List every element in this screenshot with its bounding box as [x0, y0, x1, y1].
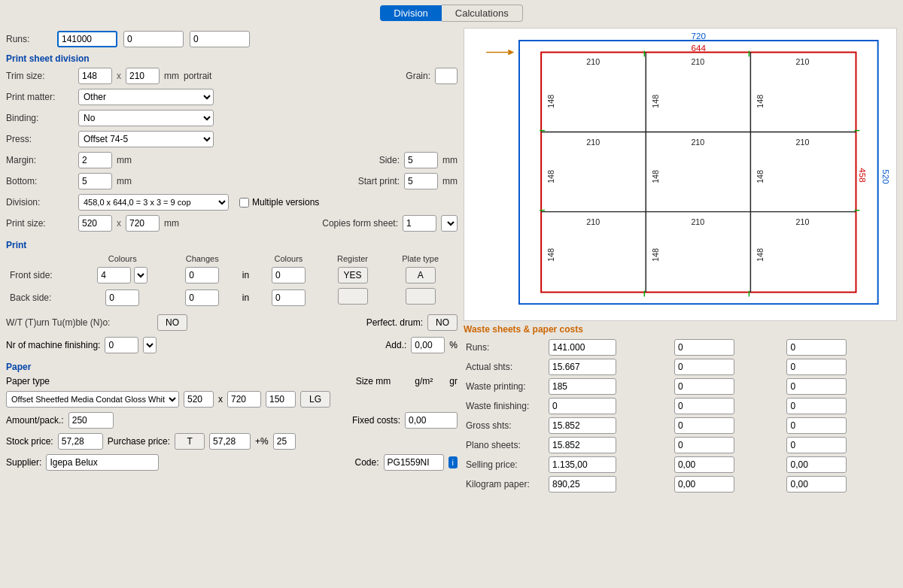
gsm-label: g/m² — [415, 376, 433, 386]
print-matter-label: Print matter: — [6, 92, 74, 102]
svg-text:458: 458 — [858, 168, 868, 182]
print-size-row: Print size: x mm Copies form sheet: ▼ — [6, 213, 458, 234]
trim-size-row: Trim size: x mm portrait Grain: — [6, 65, 458, 86]
svg-text:210: 210 — [586, 138, 600, 147]
grain-input[interactable] — [435, 68, 458, 84]
front-colours-dropdown[interactable]: ▼ — [134, 267, 147, 283]
svg-text:210: 210 — [796, 138, 810, 147]
back-colours-input[interactable] — [105, 289, 139, 306]
nr-finishing-input[interactable] — [105, 337, 138, 353]
col-colours: Colours — [77, 253, 168, 264]
side-unit: mm — [442, 155, 458, 165]
runs-input3[interactable] — [190, 31, 250, 47]
wt-label: W/T (T)urn Tu(m)ble (N)o: — [6, 317, 153, 328]
selling-price-label: Selling price: — [464, 455, 546, 474]
plano-sheets-v3[interactable] — [786, 437, 847, 453]
trim-height-input[interactable] — [126, 68, 160, 84]
perfect-drum-value: NO — [427, 314, 458, 331]
perfect-drum-label: Perfect. drum: — [366, 317, 423, 328]
svg-text:210: 210 — [691, 217, 704, 226]
selling-price-v1[interactable] — [549, 456, 616, 473]
waste-finishing-v3[interactable] — [786, 398, 847, 414]
plano-sheets-v1[interactable] — [549, 437, 616, 453]
waste-runs-v3[interactable] — [786, 339, 847, 356]
plano-sheets-row: Plano sheets: — [464, 435, 897, 455]
code-input[interactable] — [384, 454, 444, 471]
supplier-input[interactable] — [46, 454, 159, 471]
waste-printing-v3[interactable] — [786, 378, 847, 395]
margin-input[interactable] — [78, 152, 112, 168]
fixed-costs-input[interactable] — [405, 412, 458, 429]
paper-section-header: Paper — [6, 359, 458, 374]
runs-input2[interactable] — [123, 31, 184, 47]
paper-type-select[interactable]: Offset Sheetfed Media Condat Gloss White — [6, 391, 179, 408]
copies-dropdown[interactable]: ▼ — [441, 215, 458, 232]
kilogram-paper-v2[interactable] — [674, 476, 734, 493]
back-changes-input[interactable] — [185, 289, 219, 306]
selling-price-v2[interactable] — [674, 456, 734, 473]
print-height-input[interactable] — [126, 215, 160, 232]
plano-sheets-v2[interactable] — [674, 437, 734, 453]
print-matter-select[interactable]: Other — [78, 89, 214, 105]
waste-runs-v2[interactable] — [674, 339, 734, 356]
svg-text:148: 148 — [756, 95, 765, 108]
trim-width-input[interactable] — [78, 68, 112, 84]
nr-finishing-dropdown[interactable]: ▼ — [143, 337, 157, 353]
actual-shts-v1[interactable] — [549, 359, 616, 375]
back-side-row: Back side: in — [8, 286, 456, 308]
purchase-price-pct-input[interactable] — [273, 433, 296, 450]
start-print-label: Start print: — [358, 176, 400, 186]
press-select[interactable]: Offset 74-5 — [78, 131, 214, 147]
paper-size-x: x — [218, 394, 223, 405]
waste-finishing-v2[interactable] — [674, 398, 734, 414]
add-input[interactable] — [411, 337, 445, 353]
division-select[interactable]: 458,0 x 644,0 = 3 x 3 = 9 cop — [78, 194, 229, 211]
col-platetype: Plate type — [385, 253, 456, 264]
tab-division[interactable]: Division — [380, 5, 442, 21]
kilogram-paper-v3[interactable] — [786, 476, 847, 493]
copies-input[interactable] — [403, 215, 436, 232]
info-button[interactable]: i — [448, 456, 458, 468]
paper-gsm-input[interactable] — [266, 391, 296, 408]
waste-printing-row: Waste printing: — [464, 377, 897, 396]
trim-size-label: Trim size: — [6, 71, 74, 81]
stock-price-input[interactable] — [58, 433, 103, 450]
actual-shts-v3[interactable] — [786, 359, 847, 375]
print-width-input[interactable] — [78, 215, 112, 232]
gross-shts-v1[interactable] — [549, 417, 616, 434]
svg-rect-5 — [541, 53, 856, 292]
finishing-row: Nr of machine finishing: ▼ Add.: % — [6, 335, 458, 356]
multiple-versions-checkbox[interactable] — [239, 198, 249, 208]
binding-select[interactable]: No — [78, 110, 214, 126]
runs-input1[interactable] — [57, 31, 117, 47]
selling-price-v3[interactable] — [786, 456, 847, 473]
waste-header: Waste sheets & paper costs — [464, 324, 897, 335]
paper-size-height-input[interactable] — [227, 391, 261, 408]
waste-printing-v1[interactable] — [549, 378, 616, 395]
waste-runs-row: Runs: — [464, 338, 897, 357]
back-platetype-value — [406, 288, 436, 305]
bottom-input[interactable] — [78, 173, 112, 189]
front-colours-input[interactable] — [97, 267, 131, 283]
side-input[interactable] — [404, 152, 438, 168]
gr-label: gr — [449, 376, 458, 386]
kilogram-paper-label: Kilogram paper: — [464, 474, 546, 494]
waste-finishing-v1[interactable] — [549, 398, 616, 414]
gross-shts-v3[interactable] — [786, 417, 847, 434]
waste-printing-v2[interactable] — [674, 378, 734, 395]
start-print-input[interactable] — [404, 173, 438, 189]
tab-calculations[interactable]: Calculations — [442, 5, 523, 22]
kilogram-paper-v1[interactable] — [549, 476, 616, 493]
waste-runs-v1[interactable] — [549, 339, 616, 356]
actual-shts-v2[interactable] — [674, 359, 734, 375]
gross-shts-label: Gross shts: — [464, 416, 546, 435]
division-label: Division: — [6, 197, 74, 208]
back-colours2-input[interactable] — [272, 289, 306, 306]
paper-type-header-row: Paper type Size mm g/m² gr — [6, 374, 458, 389]
amount-pack-input[interactable] — [68, 412, 114, 429]
gross-shts-v2[interactable] — [674, 417, 734, 434]
paper-size-width-input[interactable] — [184, 391, 214, 408]
front-colours2-input[interactable] — [272, 267, 306, 283]
purchase-price-input[interactable] — [209, 433, 251, 450]
front-changes-input[interactable] — [185, 267, 219, 283]
